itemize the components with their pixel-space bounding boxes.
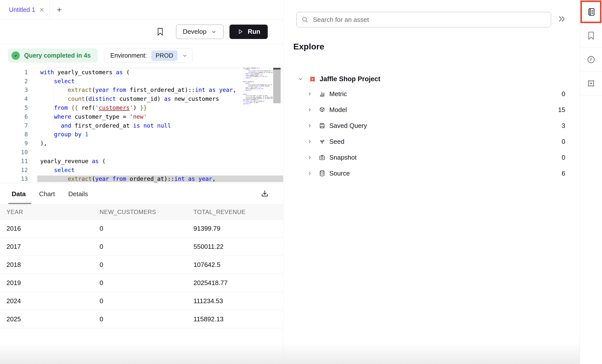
chevron-right-icon — [307, 107, 312, 112]
tree-item-count: 0 — [562, 90, 565, 98]
tree-item-seed[interactable]: Seed0 — [283, 134, 580, 149]
project-name: Jaffle Shop Project — [320, 75, 380, 83]
chevron-down-icon — [211, 29, 217, 35]
tree-root-project[interactable]: Jaffle Shop Project — [283, 72, 580, 86]
tree-item-label: Model — [329, 106, 347, 114]
rail-bookmarks-button[interactable] — [580, 24, 602, 48]
table-cell: 107642.5 — [187, 261, 283, 269]
dbt-outline-icon — [586, 79, 596, 88]
environment-selector[interactable]: Environment: PROD — [104, 48, 193, 63]
code-line[interactable]: 13 extract(year from ordered_at)::int as… — [0, 175, 283, 183]
scrollbar-marker — [273, 68, 281, 70]
editor-pane: Untitled 1 Develop Run — [0, 0, 283, 364]
table-row: 20170550011.22 — [0, 238, 283, 256]
run-button[interactable]: Run — [229, 25, 268, 39]
status-row: Query completed in 4s Environment: PROD — [0, 44, 283, 67]
table-cell: 2019 — [0, 279, 93, 287]
tab-chart[interactable]: Chart — [39, 190, 55, 198]
chevron-down-icon — [298, 76, 303, 82]
line-number: 5 — [0, 105, 28, 111]
table-cell: 0 — [93, 243, 187, 251]
query-status-text: Query completed in 4s — [24, 52, 91, 59]
chevron-right-icon — [307, 139, 312, 144]
line-number: 4 — [0, 96, 28, 102]
rail-catalog-button[interactable] — [580, 0, 602, 24]
chevron-right-icon — [307, 155, 312, 160]
column-header: NEW_CUSTOMERS — [93, 209, 187, 216]
double-chevron-right-icon — [557, 14, 566, 24]
table-cell: 550011.22 — [187, 243, 283, 251]
code-line[interactable]: 9), — [0, 139, 283, 148]
code-line[interactable]: 6 where customer_type = 'new' — [0, 112, 283, 121]
code-line[interactable]: 4 count(distinct customer_id) as new_cus… — [0, 94, 283, 103]
bookmark-button[interactable] — [156, 27, 164, 36]
right-icon-rail — [580, 0, 602, 364]
tree-item-label: Seed — [329, 138, 344, 146]
code-line[interactable]: 12 select — [0, 166, 283, 175]
sql-editor[interactable]: 1with yearly_customers as (2 select3 ext… — [0, 67, 283, 183]
chevron-right-icon — [307, 91, 312, 96]
tree-item-label: Metric — [329, 90, 347, 98]
indent-guide — [68, 86, 68, 104]
develop-dropdown[interactable]: Develop — [176, 25, 224, 39]
asset-search-box[interactable] — [296, 12, 551, 27]
tab-data[interactable]: Data — [12, 190, 26, 198]
download-icon — [260, 189, 269, 198]
tab-untitled-1[interactable]: Untitled 1 — [0, 0, 50, 19]
code-line[interactable]: 2 select — [0, 77, 283, 86]
download-results-button[interactable] — [260, 189, 269, 198]
tree-item-label: Snapshot — [329, 154, 357, 161]
code-line[interactable]: 7 and first_ordered_at is not null — [0, 121, 283, 130]
tree-item-saved-query[interactable]: Saved Query3 — [283, 118, 580, 134]
table-cell: 2017 — [0, 243, 93, 251]
column-header: YEAR — [0, 209, 93, 216]
editor-minimap[interactable]: with yearly_customers as ( select extrac… — [243, 68, 273, 112]
plus-icon — [56, 6, 63, 13]
scrollbar-thumb[interactable] — [273, 70, 281, 103]
rail-dbt-button[interactable] — [580, 72, 602, 95]
line-number: 3 — [0, 87, 28, 93]
tree-item-metric[interactable]: Metric0 — [283, 86, 580, 102]
tree-item-model[interactable]: Model15 — [283, 102, 580, 118]
search-input[interactable] — [312, 16, 546, 24]
code-area[interactable]: 1with yearly_customers as (2 select3 ext… — [0, 67, 283, 183]
tree-item-source[interactable]: Source6 — [283, 165, 580, 181]
results-tabs: Data Chart Details — [0, 183, 283, 205]
table-row: 20240111234.53 — [0, 292, 283, 310]
code-line[interactable]: 3 extract(year from first_ordered_at)::i… — [0, 86, 283, 95]
editor-toolbar: Develop Run — [0, 20, 283, 44]
code-line[interactable]: 1with yearly_customers as ( — [0, 68, 283, 77]
code-line[interactable]: 11yearly_revenue as ( — [0, 157, 283, 166]
editor-scrollbar[interactable] — [273, 67, 281, 183]
line-number: 2 — [0, 78, 28, 84]
code-line[interactable]: 10 — [0, 148, 283, 157]
code-line[interactable]: 5 from {{ ref('customers') }} — [0, 103, 283, 112]
table-cell: 2025418.77 — [187, 279, 283, 287]
saved-query-icon — [319, 122, 326, 129]
tree-item-count: 0 — [562, 138, 565, 146]
active-tab-underline — [8, 203, 31, 204]
tree-item-count: 6 — [562, 170, 565, 177]
line-number: 10 — [0, 149, 28, 155]
snapshot-icon — [319, 154, 326, 161]
tab-details[interactable]: Details — [68, 190, 88, 198]
table-cell: 2025 — [0, 315, 93, 323]
environment-label: Environment: — [110, 52, 147, 59]
tree-item-snapshot[interactable]: Snapshot0 — [283, 149, 580, 165]
line-number: 13 — [0, 176, 28, 182]
line-number: 1 — [0, 69, 28, 75]
collapse-panel-button[interactable] — [557, 14, 566, 24]
tree-item-label: Saved Query — [329, 122, 367, 130]
explore-heading: Explore — [293, 42, 324, 51]
table-cell: 0 — [93, 261, 187, 269]
rail-history-button[interactable] — [580, 48, 602, 72]
seed-icon — [319, 138, 326, 145]
run-label: Run — [248, 28, 260, 36]
line-number: 9 — [0, 140, 28, 146]
close-tab-icon[interactable] — [39, 7, 44, 12]
code-line[interactable]: 8 group by 1 — [0, 130, 283, 139]
new-tab-button[interactable] — [50, 0, 69, 19]
environment-value-pill: PROD — [151, 50, 177, 61]
tree-item-label: Source — [329, 170, 350, 177]
table-row: 2016091399.79 — [0, 219, 283, 238]
